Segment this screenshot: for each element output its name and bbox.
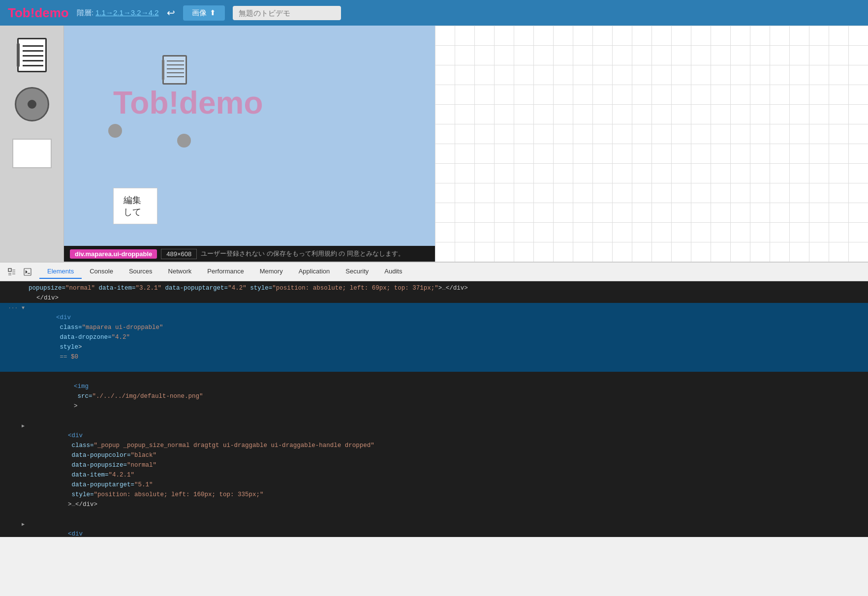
right-grid (435, 26, 868, 262)
code-line-3-selected: ... <div class="maparea ui-droppable" da… (0, 303, 868, 372)
notebook-icon-box[interactable] (12, 35, 52, 75)
canvas-notebook (162, 55, 191, 89)
breadcrumb-path[interactable]: 1.1→2.1→3.2→4.2 (95, 8, 158, 17)
edit-line1: 編集 (124, 194, 147, 206)
tooltip-message: ユーザー登録されない の保存をもって利用規約 の 同意とみなします。 (201, 249, 429, 258)
code-line-6: <div class="_popup _popup_size_normal dr… (0, 519, 868, 537)
code-line-4: <img src="./../../img/default-none.png" … (0, 372, 868, 421)
edit-line2: して (124, 206, 147, 218)
tab-security[interactable]: Security (338, 265, 376, 279)
white-box-element (12, 139, 52, 168)
tooltip-tag: div.maparea.ui-droppable (70, 249, 157, 259)
console-icon[interactable] (20, 264, 35, 280)
tri-5[interactable] (22, 421, 25, 431)
edit-popup[interactable]: 編集 して (113, 188, 157, 224)
white-box[interactable] (12, 134, 52, 173)
logo-text: Tob (8, 5, 31, 20)
canvas-logo-suffix: demo (179, 85, 263, 120)
record-inner (26, 98, 38, 110)
breadcrumb-label: 階層: (77, 8, 93, 17)
tab-memory[interactable]: Memory (252, 265, 291, 279)
tooltip-size: 489×608 (161, 249, 197, 259)
tab-performance[interactable]: Performance (199, 265, 251, 279)
app-header: Tob!demo 階層: 1.1→2.1→3.2→4.2 ↩ 画像 ⬆ (0, 0, 868, 26)
tab-network[interactable]: Network (160, 265, 200, 279)
code-line-1: popupsize="normal" data-item="3.2.1" dat… (0, 283, 868, 293)
inspector-icon[interactable] (4, 264, 20, 280)
app-logo: Tob!demo (8, 5, 69, 21)
main-canvas-area: Tob!demo 編集 して div.maparea.ui-droppable … (0, 26, 868, 262)
title-input[interactable] (233, 6, 341, 20)
tri-6[interactable] (22, 519, 25, 529)
notebook-icon (17, 38, 47, 72)
tooltip-bar: div.maparea.ui-droppable 489×608 ユーザー登録さ… (64, 246, 435, 262)
devtools-code-area[interactable]: popupsize="normal" data-item="3.2.1" dat… (0, 281, 868, 537)
devtools-tabs: Elements Console Sources Network Perform… (0, 263, 868, 281)
tab-sources[interactable]: Sources (121, 265, 160, 279)
record-icon-box[interactable] (12, 85, 52, 124)
image-button[interactable]: 画像 ⬆ (183, 5, 225, 21)
circle-2 (177, 134, 191, 148)
code-line-2: </div> (0, 293, 868, 303)
code-line-5: <div class="_popup _popup_size_normal dr… (0, 421, 868, 519)
logo-suffix: demo (34, 5, 68, 20)
svg-rect-0 (8, 268, 11, 271)
canvas-logo-text: Tob (113, 85, 169, 120)
canvas-logo-exclaim: ! (169, 85, 179, 120)
canvas-notebook-inner (162, 55, 187, 85)
expand-triangle[interactable] (22, 303, 25, 313)
image-button-label: 画像 (192, 8, 207, 18)
back-button[interactable]: ↩ (167, 7, 175, 19)
breadcrumb: 階層: 1.1→2.1→3.2→4.2 (77, 8, 159, 18)
tab-application[interactable]: Application (291, 265, 338, 279)
tab-elements[interactable]: Elements (39, 265, 82, 279)
devtools-panel: Elements Console Sources Network Perform… (0, 262, 868, 537)
svg-rect-1 (24, 268, 31, 275)
blue-canvas[interactable]: Tob!demo 編集 して div.maparea.ui-droppable … (64, 26, 435, 262)
left-panel (0, 26, 64, 262)
record-icon (15, 87, 49, 121)
circle-1 (108, 124, 122, 138)
tab-console[interactable]: Console (82, 265, 121, 279)
code-1-content: popupsize= (29, 283, 65, 293)
canvas-logo: Tob!demo (113, 85, 263, 121)
upload-icon: ⬆ (210, 8, 216, 17)
tab-audits[interactable]: Audits (376, 265, 410, 279)
